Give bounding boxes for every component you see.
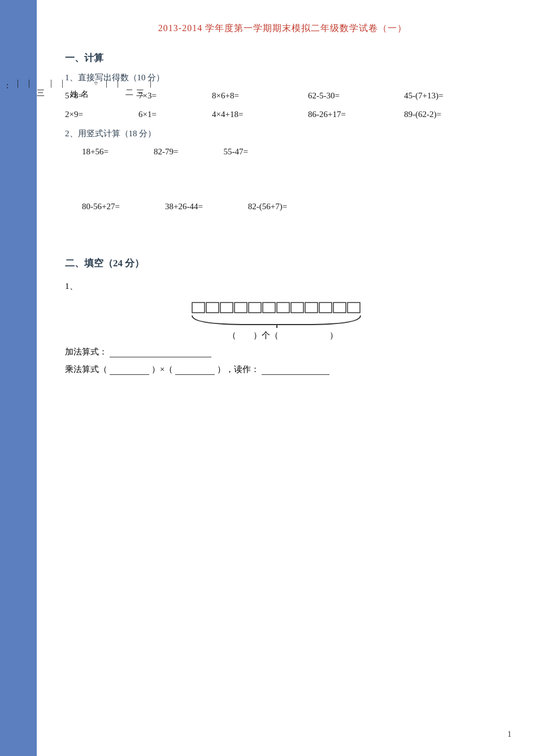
formula-addition: 加法算式： <box>65 347 500 357</box>
svg-rect-3 <box>235 303 247 313</box>
page-container: — 三 二 — — ÷ 名 姓 — — 三 — — ： — 级 班 — 二 — … <box>0 0 534 756</box>
brace-label-left: （ ）个（ <box>228 330 279 341</box>
sidebar-char-10: — <box>24 80 35 89</box>
formula-mult-mid: ）×（ <box>151 364 173 375</box>
vcalc-1-2: 82-79= <box>154 147 178 157</box>
sidebar-char-12: ： <box>2 80 13 89</box>
sidebar-char-11: — <box>13 80 24 89</box>
fill-item-1-label: 1、 <box>65 281 500 292</box>
svg-rect-9 <box>319 303 332 313</box>
vcalc-2-3: 82-(56+7)= <box>248 202 287 211</box>
svg-rect-10 <box>333 303 346 313</box>
svg-rect-5 <box>263 303 275 313</box>
svg-rect-8 <box>305 303 318 313</box>
formula-mult-blank2[interactable] <box>175 365 215 375</box>
formula-mult-suffix: ），读作： <box>217 364 259 375</box>
sub-section-1: 1、直接写出得数（10 分） 5×8= 7×3= 8×6+8= 62-5-30=… <box>65 72 500 119</box>
vertical-calc-row-1: 18+56= 82-79= 55-47= <box>65 147 500 157</box>
section-2: 二、填空（24 分） 1、 <box>65 257 500 375</box>
math-item-1-3: 8×6+8= <box>212 91 291 101</box>
vcalc-2-1: 80-56+27= <box>82 202 120 211</box>
page-number: 1 <box>507 730 511 739</box>
math-item-2-2: 6×1= <box>138 110 195 119</box>
svg-rect-4 <box>249 303 261 313</box>
math-item-2-5: 89-(62-2)= <box>404 110 483 119</box>
sub2-label: 2、用竖式计算（18 分） <box>65 128 500 139</box>
formula-mult-label: 乘法算式（ <box>65 364 107 375</box>
brace-labels: （ ）个（ ） <box>228 330 338 341</box>
math-item-2-1: 2×9= <box>65 110 121 119</box>
fill-section: 1、 <box>65 281 500 375</box>
math-row-1: 5×8= 7×3= 8×6+8= 62-5-30= 45-(7+13)= <box>65 91 500 101</box>
section-2-title: 二、填空（24 分） <box>65 257 500 270</box>
math-row-2: 2×9= 6×1= 4×4+18= 86-26+17= 89-(62-2)= <box>65 110 500 119</box>
page-title: 2013-2014 学年度第一学期期末模拟二年级数学试卷（一） <box>65 23 500 34</box>
math-item-1-4: 62-5-30= <box>308 91 387 101</box>
section-1-title: 一、计算 <box>65 51 500 64</box>
brace-label-right: ） <box>312 330 338 341</box>
brace-diagram: （ ）个（ ） <box>65 300 500 341</box>
brace-svg <box>175 300 390 328</box>
svg-rect-6 <box>277 303 289 313</box>
svg-rect-0 <box>192 303 205 313</box>
vcalc-2-2: 38+26-44= <box>165 202 203 211</box>
svg-rect-1 <box>206 303 219 313</box>
main-content: 2013-2014 学年度第一学期期末模拟二年级数学试卷（一） 一、计算 1、直… <box>37 0 534 756</box>
math-item-1-5: 45-(7+13)= <box>404 91 483 101</box>
svg-rect-2 <box>220 303 233 313</box>
formula-multiplication: 乘法算式（ ）×（ ），读作： <box>65 364 500 375</box>
sub1-label: 1、直接写出得数（10 分） <box>65 72 500 83</box>
sidebar-char-13: — <box>0 80 2 89</box>
formula-mult-blank3[interactable] <box>262 365 329 375</box>
math-item-2-4: 86-26+17= <box>308 110 387 119</box>
brace-row <box>175 300 390 328</box>
formula-mult-blank1[interactable] <box>110 365 149 375</box>
math-item-1-2: 7×3= <box>138 91 195 101</box>
left-sidebar: — 三 二 — — ÷ 名 姓 — — 三 — — ： — 级 班 — 二 — … <box>0 0 37 756</box>
vcalc-1-1: 18+56= <box>82 147 108 157</box>
math-item-2-3: 4×4+18= <box>212 110 291 119</box>
formula-addition-label: 加法算式： <box>65 347 107 357</box>
vertical-calc-row-2: 80-56+27= 38+26-44= 82-(56+7)= <box>65 202 500 211</box>
section-1: 一、计算 1、直接写出得数（10 分） 5×8= 7×3= 8×6+8= 62-… <box>65 51 500 211</box>
vcalc-1-3: 55-47= <box>223 147 248 157</box>
svg-rect-11 <box>348 303 360 313</box>
math-item-1-1: 5×8= <box>65 91 121 101</box>
formula-addition-blank[interactable] <box>110 347 211 357</box>
svg-rect-7 <box>291 303 303 313</box>
sub-section-2: 2、用竖式计算（18 分） 18+56= 82-79= 55-47= 80-56… <box>65 128 500 211</box>
